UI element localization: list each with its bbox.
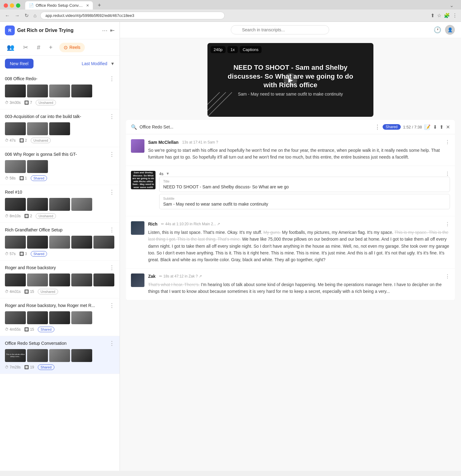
reel-item[interactable]: 003-Acquisition of car into the build ta…: [0, 109, 120, 147]
maximize-window-btn[interactable]: [16, 3, 20, 8]
entry-more-icon[interactable]: ⋮: [445, 139, 450, 145]
reel-meta: ⏱ 3m30s 🔲 7 Unshared: [5, 100, 115, 105]
people-icon[interactable]: 👥: [5, 42, 16, 53]
reel-item[interactable]: Reel #10 ⋮ ⏱ 8m10s 🔲 2 Unshared: [0, 185, 120, 223]
new-reel-button[interactable]: New Reel: [5, 59, 33, 69]
minimize-window-btn[interactable]: [10, 3, 14, 8]
clip-meta: ✏ 44s at 1:10:20 in Rich Main 2... ↗: [161, 222, 220, 226]
history-icon[interactable]: 🕐: [434, 26, 441, 33]
search-input[interactable]: [231, 25, 329, 34]
thumb: [49, 311, 70, 324]
sidebar-nav: 👥 ✂ # + ⊙ Reels: [0, 39, 120, 56]
duration: ⏱ 4m31s: [5, 289, 21, 294]
user-avatar[interactable]: 👤: [445, 25, 455, 35]
video-controls: 240p 1x Captions: [211, 46, 262, 53]
tab-close-icon[interactable]: ✕: [86, 3, 89, 8]
entry-text: That's what I hear. There's. I'm hearing…: [148, 281, 450, 295]
thumb: [27, 236, 48, 249]
sort-arrow-icon[interactable]: ▼: [110, 61, 115, 66]
reel-item[interactable]: 008 Office Redo- ⋮ ⏱ 3m30s 🔲 7 Unshared: [0, 72, 120, 109]
reel-item[interactable]: 006 Why Roger is gonna Sell this GT- ⋮ ⏱…: [0, 147, 120, 185]
thumbnail-text: NEED TO SHOOT - Sam and Shelby discuss- …: [131, 171, 156, 189]
search-wrap: 🔍: [231, 25, 329, 34]
edit-icon[interactable]: 📝: [424, 124, 431, 130]
browser-menu-icon[interactable]: ⋮: [452, 13, 457, 18]
speed-button[interactable]: 1x: [227, 46, 238, 53]
reel-meta: ⏱ 57s 🔲 3 Shared: [5, 251, 115, 257]
title-more-icon[interactable]: ⋮: [445, 171, 450, 177]
home-button[interactable]: ⌂: [32, 12, 38, 20]
hashtag-icon[interactable]: #: [35, 42, 42, 53]
share-icon[interactable]: ⬆: [431, 13, 435, 18]
reel-item-active[interactable]: Office Redo Setup Conversation ⋮ This is…: [0, 336, 120, 374]
download-icon[interactable]: ⬇: [433, 124, 437, 130]
title-field[interactable]: Title NEED TO SHOOT - Sam and Shelby dis…: [159, 177, 450, 192]
reel-more-icon[interactable]: ⋮: [109, 264, 115, 271]
new-tab-button[interactable]: +: [96, 2, 103, 9]
scissors-icon[interactable]: ✂: [21, 42, 30, 53]
thumb: [5, 273, 26, 286]
reel-list: 008 Office Redo- ⋮ ⏱ 3m30s 🔲 7 Unshared: [0, 72, 120, 471]
thumb: [27, 198, 48, 211]
more-options-icon[interactable]: ⋯: [102, 27, 108, 34]
reel-more-icon[interactable]: ⋮: [109, 113, 115, 120]
reel-more-icon[interactable]: ⋮: [109, 302, 115, 309]
entry-header: Rich ✏ 44s at 1:10:20 in Rich Main 2... …: [148, 221, 450, 227]
reel-thumbnails: [5, 273, 115, 286]
thumb: [71, 349, 92, 362]
thumb: [27, 273, 48, 286]
reel-item[interactable]: Rich Grandfather Office Setup ⋮ ⏱ 57s 🔲 …: [0, 223, 120, 261]
captions-button[interactable]: Captions: [240, 46, 262, 53]
add-icon[interactable]: +: [47, 42, 54, 53]
tab-list-icon[interactable]: ⌄: [450, 2, 457, 8]
forward-button[interactable]: →: [14, 12, 21, 20]
active-tab[interactable]: 📄 Office Redo Setup Conversati... ✕: [25, 1, 93, 10]
play-button[interactable]: ▶: [284, 73, 297, 87]
subtitle-field[interactable]: Subtitle Sam - May need to wear same out…: [159, 194, 450, 209]
bookmark-icon[interactable]: ☆: [437, 13, 441, 18]
status-badge: Unshared: [36, 100, 56, 105]
reel-more-icon[interactable]: ⋮: [109, 340, 115, 347]
entry-more-icon[interactable]: ⋮: [445, 273, 450, 279]
reel-item[interactable]: Roger and Rose backstory ⋮ ⏱ 4m31s 🔲 15 …: [0, 261, 120, 298]
video-player[interactable]: 240p 1x Captions NEED TO SHOOT - Sam and…: [207, 43, 373, 117]
subtitle-label: Subtitle: [163, 197, 446, 200]
reel-more-icon[interactable]: ⋮: [109, 226, 115, 233]
sort-label[interactable]: Last Modified: [82, 61, 107, 66]
status-badge: Shared: [31, 175, 47, 181]
address-bar: ← → ↻ ⌂ ⬆ ☆ 🧩 ⋮: [0, 10, 461, 22]
window-controls: [4, 3, 20, 8]
reel-meta: ⏱ 8m10s 🔲 2 Unshared: [5, 213, 115, 219]
quality-button[interactable]: 240p: [211, 46, 226, 53]
close-window-btn[interactable]: [4, 3, 8, 8]
reels-button[interactable]: ⊙ Reels: [59, 43, 85, 52]
entry-avatar-rich: [131, 221, 144, 235]
entry-content: Zak ✏ 18s at 47:12 in Zak ? ↗ ⋮ That's w…: [148, 273, 450, 295]
reel-thumbnails: This is the whole office setup conv...: [5, 349, 115, 362]
clip-count: 🔲 3: [19, 252, 27, 256]
close-panel-icon[interactable]: ✕: [446, 124, 450, 130]
url-input[interactable]: [40, 12, 225, 19]
reel-item[interactable]: Roger and Rose backstory, how Roger met …: [0, 298, 120, 336]
entry-more-icon[interactable]: ⋮: [445, 221, 450, 227]
action-icons: 📝 ⬇ ⬆ ✕: [424, 124, 450, 130]
reload-button[interactable]: ↻: [23, 11, 30, 20]
duration-dropdown-icon[interactable]: ▼: [166, 171, 170, 176]
reel-more-icon[interactable]: ⋮: [109, 189, 115, 195]
reel-meta: ⏱ 47s 🔲 2 Unshared: [5, 138, 115, 143]
extension-icon[interactable]: 🧩: [444, 13, 450, 18]
back-button[interactable]: ←: [4, 12, 11, 20]
clip-meta: ✏ 18s at 47:12 in Zak ? ↗: [159, 274, 202, 278]
reel-more-icon[interactable]: ⋮: [109, 151, 115, 158]
transcript-header: 🔍 Office Redo Set... ⋮ Shared 1:52 / 7:3…: [126, 120, 455, 134]
thumb: [5, 122, 26, 135]
reel-more-icon[interactable]: ⋮: [109, 75, 115, 82]
entry-text: So we're going to start with his office …: [148, 147, 450, 161]
collapse-sidebar-icon[interactable]: ⇤: [110, 27, 115, 34]
speaker-name: Zak: [148, 274, 156, 279]
export-icon[interactable]: ⬆: [439, 124, 443, 130]
transcript-more-icon[interactable]: ⋮: [375, 124, 380, 130]
top-right-icons: 🕐 👤: [434, 25, 455, 35]
clip-count: 🔲 15: [24, 289, 34, 294]
thumb: [27, 311, 48, 324]
